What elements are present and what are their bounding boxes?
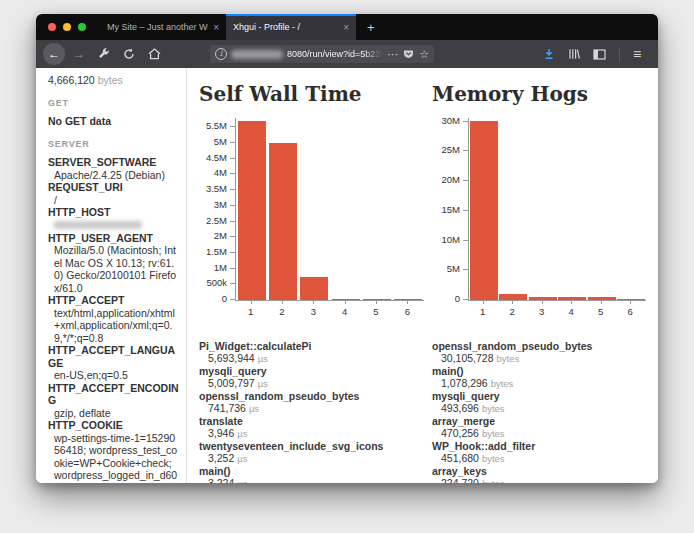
plot-area: 123456 xyxy=(468,118,646,322)
function-name-link[interactable]: openssl_random_pseudo_bytes xyxy=(432,340,654,352)
y-tick-label: 25M xyxy=(442,144,460,155)
chart-bar-6[interactable] xyxy=(617,299,645,300)
tab-close-icon[interactable]: × xyxy=(343,22,349,33)
memory-usage-value: 4,666,120 bytes xyxy=(48,74,179,87)
function-value-number: 3,252 xyxy=(208,452,237,464)
y-tick-label: 15M xyxy=(442,204,460,215)
function-value-number: 1,078,296 xyxy=(441,377,491,389)
y-tick-label: 1M xyxy=(214,262,227,273)
chart-bar-2[interactable] xyxy=(499,294,527,300)
chart-bar-4[interactable] xyxy=(332,299,360,300)
function-value-unit: µs xyxy=(237,453,247,464)
function-value-unit: bytes xyxy=(482,403,505,414)
list-item: openssl_random_pseudo_bytes30,105,728 by… xyxy=(432,340,654,365)
chart-bar-5[interactable] xyxy=(588,297,616,300)
function-name-link[interactable]: mysqli_query xyxy=(199,365,432,377)
page-info-icon[interactable]: i xyxy=(215,48,227,60)
menu-icon[interactable]: ≡ xyxy=(626,43,648,65)
function-name-link[interactable]: main() xyxy=(199,465,432,477)
x-tick-label: 4 xyxy=(557,306,587,317)
chart-bar-3[interactable] xyxy=(529,297,557,300)
x-tick-label: 5 xyxy=(586,306,616,317)
function-name-link[interactable]: openssl_random_pseudo_bytes xyxy=(199,390,432,402)
x-tick-mark xyxy=(571,301,572,304)
forward-button[interactable]: → xyxy=(68,43,90,65)
tab-close-icon[interactable]: × xyxy=(213,22,219,33)
toolbar-divider xyxy=(619,47,620,62)
function-name-link[interactable]: twentyseventeen_include_svg_icons xyxy=(199,440,432,452)
server-entry-label: HTTP_ACCEPT_LANGUAGE xyxy=(48,344,179,369)
chart-bar-3[interactable] xyxy=(300,277,328,300)
function-value: 5,009,797 µs xyxy=(199,377,432,390)
function-name-link[interactable]: WP_Hook::add_filter xyxy=(432,440,654,452)
list-item: mysqli_query493,696 bytes xyxy=(432,390,654,415)
x-tick-label: 2 xyxy=(498,306,528,317)
server-entry-value: text/html,application/xhtml+xml,applicat… xyxy=(48,307,179,345)
x-tick-label: 6 xyxy=(616,306,646,317)
function-name-link[interactable]: array_keys xyxy=(432,465,654,477)
chart-bar-4[interactable] xyxy=(558,297,586,300)
wrench-icon[interactable] xyxy=(93,43,115,65)
pocket-icon[interactable] xyxy=(403,49,414,60)
server-entry-label: HTTP_HOST xyxy=(48,206,179,219)
back-button[interactable]: ← xyxy=(43,43,65,65)
function-value: 3,946 µs xyxy=(199,427,432,440)
server-entry-value: / xyxy=(48,194,179,207)
list-item: twentyseventeen_include_svg_icons3,252 µ… xyxy=(199,440,432,465)
chart-bar-5[interactable] xyxy=(363,299,391,300)
function-name-link[interactable]: Pi_Widget::calculatePi xyxy=(199,340,432,352)
x-tick-label: 1 xyxy=(235,306,266,317)
sidebar-toggle-icon[interactable] xyxy=(588,43,610,65)
function-name-link[interactable]: array_merge xyxy=(432,415,654,427)
y-tick-label: 30M xyxy=(442,115,460,126)
function-value-number: 3,224 xyxy=(208,477,237,483)
list-item: array_merge470,256 bytes xyxy=(432,415,654,440)
chart-bar-1[interactable] xyxy=(238,121,266,300)
function-name-link[interactable]: translate xyxy=(199,415,432,427)
y-tick-label: 1.5M xyxy=(206,246,227,257)
tab-my-site[interactable]: My Site – Just another WordPress s × xyxy=(100,14,226,40)
function-value-unit: µs xyxy=(249,403,259,414)
zoom-window-button[interactable] xyxy=(78,23,86,31)
x-tick-mark xyxy=(282,301,283,304)
close-window-button[interactable] xyxy=(48,23,56,31)
x-tick-label: 2 xyxy=(266,306,297,317)
redacted-value xyxy=(54,221,142,229)
home-button[interactable] xyxy=(143,43,165,65)
library-icon[interactable] xyxy=(563,43,585,65)
server-entry-label: SERVER_SOFTWARE xyxy=(48,156,179,169)
y-tick-label: 3M xyxy=(214,199,227,210)
chart-bar-1[interactable] xyxy=(470,121,498,300)
x-tick-mark xyxy=(376,301,377,304)
function-name-link[interactable]: main() xyxy=(432,365,654,377)
x-tick-label: 3 xyxy=(527,306,557,317)
minimize-window-button[interactable] xyxy=(63,23,71,31)
list-item: translate3,946 µs xyxy=(199,415,432,440)
tab-xhgui-profile[interactable]: Xhgui - Profile - / × xyxy=(226,14,356,40)
list-item: Pi_Widget::calculatePi5,693,944 µs xyxy=(199,340,432,365)
function-value-number: 224,720 xyxy=(441,477,482,483)
chart-bar-6[interactable] xyxy=(394,299,422,300)
y-tick-label: 0 xyxy=(222,293,227,304)
y-tick-label: 5M xyxy=(214,136,227,147)
server-entry-value: wp-settings-time-1=1529056418; wordpress… xyxy=(48,432,179,484)
page-actions-icon[interactable]: ⋯ xyxy=(387,49,398,60)
self-wall-time-title: Self Wall Time xyxy=(199,82,432,106)
function-name-link[interactable]: mysqli_query xyxy=(432,390,654,402)
y-axis: 0500k1M1.5M2M2.5M3M3.5M4M4.5M5M5.5M xyxy=(199,118,235,300)
list-item: mysqli_query5,009,797 µs xyxy=(199,365,432,390)
reload-button[interactable] xyxy=(118,43,140,65)
page-content: 4,666,120 bytes GET No GET data SERVER S… xyxy=(36,68,658,483)
download-icon[interactable] xyxy=(538,43,560,65)
list-item: main()3,224 µs xyxy=(199,465,432,483)
y-tick-label: 10M xyxy=(442,234,460,245)
tab-bar: My Site – Just another WordPress s × Xhg… xyxy=(36,14,658,40)
x-tick-mark xyxy=(601,301,602,304)
url-bar[interactable]: i 8080/run/view?id=5b238d84421aa9004b680… xyxy=(210,45,434,63)
new-tab-button[interactable]: + xyxy=(356,14,386,40)
chart-bar-2[interactable] xyxy=(269,143,297,300)
function-value: 451,680 bytes xyxy=(432,452,654,465)
function-value-number: 451,680 xyxy=(441,452,482,464)
self-wall-time-list: Pi_Widget::calculatePi5,693,944 µsmysqli… xyxy=(199,340,432,483)
bookmark-star-icon[interactable]: ☆ xyxy=(419,49,429,60)
